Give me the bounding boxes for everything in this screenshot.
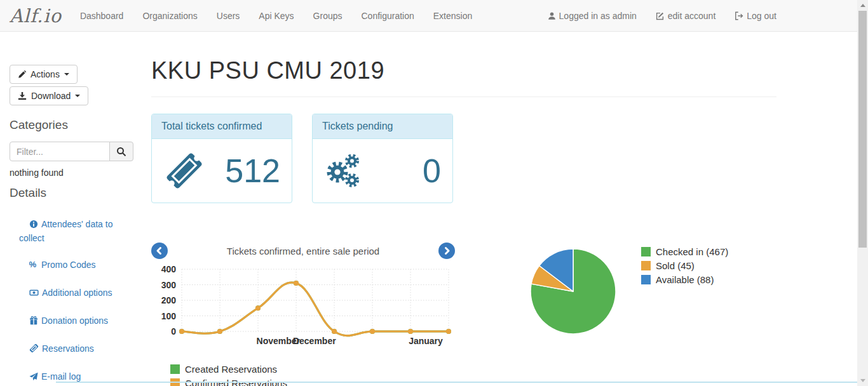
ticket-icon — [29, 343, 39, 356]
sidebar: Actions Download Categories nothing foun… — [0, 32, 142, 386]
tickets-confirmed-count: 512 — [225, 152, 280, 190]
card-header: Tickets pending — [313, 114, 452, 139]
edit-icon — [656, 11, 665, 20]
top-navbar: Alf.io Dashboard Organizations Users Api… — [0, 0, 868, 32]
nav-item-configuration[interactable]: Configuration — [352, 0, 424, 32]
percent-icon: % — [29, 260, 38, 272]
pencil-icon — [18, 70, 26, 79]
legend-item: Available (88) — [641, 274, 728, 285]
search-icon — [116, 147, 126, 157]
scrollbar-down-button[interactable] — [857, 375, 868, 386]
scroll-down-icon — [860, 379, 865, 382]
main-nav: Dashboard Organizations Users Api Keys G… — [71, 0, 482, 32]
sidebar-item-donation-options[interactable]: Donation options — [19, 314, 126, 328]
app-logo[interactable]: Alf.io — [10, 5, 62, 27]
line-chart-block: Tickets confirmed, entire sale period 01… — [151, 243, 455, 386]
tickets-pie-chart — [527, 245, 620, 338]
chevron-left-icon — [154, 246, 165, 256]
money-icon — [29, 288, 39, 300]
charts-row: Tickets confirmed, entire sale period 01… — [151, 243, 776, 386]
nav-item-groups[interactable]: Groups — [304, 0, 352, 32]
chart-prev-button[interactable] — [151, 243, 168, 259]
categories-empty-text: nothing found — [10, 168, 142, 178]
ticket-icon — [163, 153, 205, 189]
title-divider — [151, 96, 776, 97]
caret-down-icon — [75, 95, 80, 97]
nav-item-organizations[interactable]: Organizations — [133, 0, 207, 32]
send-icon — [29, 371, 38, 384]
nav-item-users[interactable]: Users — [207, 0, 250, 32]
checked-in-swatch — [641, 247, 651, 256]
sidebar-item-attendees-data[interactable]: Attendees' data to collect — [19, 218, 126, 244]
svg-text:300: 300 — [161, 280, 177, 290]
scroll-up-icon — [860, 4, 865, 7]
sidebar-item-promo-codes[interactable]: %Promo Codes — [19, 258, 126, 272]
page-title: KKU PSU CMU 2019 — [151, 57, 776, 84]
svg-text:December: December — [293, 336, 336, 346]
gears-icon — [324, 154, 361, 188]
stat-cards: Total tickets confirmed 512 Tickets pend… — [151, 114, 776, 203]
actions-dropdown-button[interactable]: Actions — [10, 65, 78, 84]
created-reservations-swatch — [170, 364, 180, 374]
user-icon — [548, 11, 556, 20]
scrollbar-thumb[interactable] — [858, 11, 867, 248]
gift-icon — [29, 316, 38, 328]
legend-item: Checked in (467) — [641, 246, 728, 257]
logout-link[interactable]: Log out — [735, 11, 776, 21]
sold-swatch — [641, 261, 651, 270]
legend-item: Created Reservations — [170, 364, 455, 375]
filter-input[interactable] — [10, 142, 110, 161]
tickets-line-chart: 0100200300400NovemberDecemberJanuary — [151, 261, 455, 350]
nav-item-extension[interactable]: Extension — [424, 0, 482, 32]
download-icon — [18, 91, 27, 100]
nav-item-dashboard[interactable]: Dashboard — [71, 0, 133, 32]
card-tickets-pending: Tickets pending 0 — [312, 114, 453, 203]
svg-text:%: % — [29, 260, 37, 269]
details-link-list: Attendees' data to collect %Promo Codes … — [10, 218, 142, 384]
svg-text:400: 400 — [161, 264, 177, 274]
nav-item-api-keys[interactable]: Api Keys — [249, 0, 303, 32]
filter-search-button[interactable] — [109, 142, 133, 161]
info-icon — [29, 219, 38, 232]
next-panel-top-edge — [56, 382, 859, 383]
available-swatch — [641, 275, 651, 284]
download-dropdown-button[interactable]: Download — [10, 86, 88, 105]
svg-text:100: 100 — [161, 311, 177, 321]
tickets-pending-count: 0 — [423, 152, 441, 190]
legend-item: Sold (45) — [641, 260, 728, 271]
pie-chart-legend: Checked in (467) Sold (45) Available (88… — [641, 246, 728, 386]
main-content: KKU PSU CMU 2019 Total tickets confirmed… — [151, 32, 776, 386]
svg-text:0: 0 — [171, 326, 176, 336]
card-total-tickets-confirmed: Total tickets confirmed 512 — [151, 114, 292, 203]
caret-down-icon — [64, 73, 69, 76]
logged-in-status: Logged in as admin — [548, 11, 637, 21]
card-header: Total tickets confirmed — [152, 114, 292, 139]
category-filter-group — [10, 142, 134, 161]
details-heading: Details — [10, 186, 142, 200]
sidebar-item-additional-options[interactable]: Additional options — [19, 286, 126, 300]
vertical-scrollbar[interactable] — [857, 0, 868, 386]
line-chart-title: Tickets confirmed, entire sale period — [168, 246, 438, 256]
sidebar-item-reservations[interactable]: Reservations — [19, 342, 126, 356]
logout-icon — [735, 11, 743, 20]
categories-heading: Categories — [10, 118, 142, 132]
page-body: Actions Download Categories nothing foun… — [0, 32, 868, 386]
svg-text:January: January — [409, 336, 443, 346]
svg-text:200: 200 — [161, 295, 177, 305]
chevron-right-icon — [442, 246, 452, 256]
pie-chart-block: Checked in (467) Sold (45) Available (88… — [527, 245, 728, 386]
scrollbar-up-button[interactable] — [857, 0, 868, 11]
nav-user-area: Logged in as admin edit account Log out — [548, 11, 776, 21]
edit-account-link[interactable]: edit account — [656, 11, 716, 21]
chart-next-button[interactable] — [438, 243, 455, 259]
